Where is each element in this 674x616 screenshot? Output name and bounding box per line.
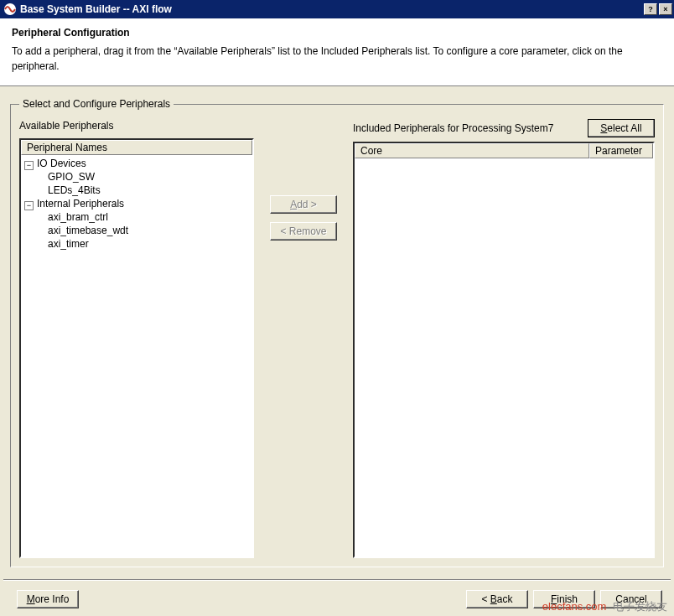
add-button[interactable]: Add > (270, 195, 337, 214)
tree-item-axi-timebase-wdt[interactable]: axi_timebase_wdt (24, 224, 249, 237)
included-header-row: Core Parameter (355, 143, 653, 158)
tree-label: GPIO_SW (48, 171, 95, 183)
titlebar: Base System Builder -- AXI flow ? × (0, 0, 674, 18)
remove-button[interactable]: < Remove (270, 222, 337, 241)
tree-label: axi_bram_ctrl (48, 211, 108, 223)
close-button[interactable]: × (659, 3, 672, 15)
available-panel: Peripheral Names IO Devices GPIO_SW LEDs… (19, 138, 254, 558)
tree-label: IO Devices (37, 158, 86, 169)
bottom-separator (3, 579, 671, 581)
tree-item-gpio-sw[interactable]: GPIO_SW (24, 170, 249, 184)
available-header-row: Peripheral Names (21, 140, 252, 155)
finish-button[interactable]: Finish (533, 590, 595, 608)
window-title: Base System Builder -- AXI flow (20, 3, 644, 15)
page-description: To add a peripheral, drag it from the “A… (12, 44, 662, 74)
peripherals-groupbox: Select and Configure Peripherals Availab… (10, 98, 664, 567)
available-label: Available Peripherals (19, 120, 254, 133)
more-info-button[interactable]: More Info (17, 590, 79, 608)
included-list[interactable] (355, 158, 653, 558)
available-tree[interactable]: IO Devices GPIO_SW LEDs_4Bits Internal P… (21, 155, 252, 252)
tree-label: axi_timebase_wdt (48, 225, 128, 236)
tree-label: Internal Peripherals (37, 198, 124, 210)
bottom-bar: More Info < Back Finish Cancel (0, 582, 674, 616)
expand-icon[interactable] (24, 161, 34, 170)
help-button[interactable]: ? (644, 3, 657, 15)
included-header-core[interactable]: Core (355, 143, 589, 158)
header-section: Peripheral Configuration To add a periph… (0, 18, 674, 86)
content-area: Peripheral Configuration To add a periph… (0, 18, 674, 616)
available-header-names[interactable]: Peripheral Names (21, 140, 252, 155)
page-title: Peripheral Configuration (12, 27, 662, 39)
tree-item-leds-4bits[interactable]: LEDs_4Bits (24, 184, 249, 197)
middle-column: Add > < Remove (254, 120, 353, 558)
window-controls: ? × (644, 3, 672, 15)
tree-label: axi_timer (48, 238, 89, 250)
available-column: Available Peripherals Peripheral Names I… (19, 120, 254, 558)
tree-item-axi-bram-ctrl[interactable]: axi_bram_ctrl (24, 210, 249, 224)
included-label: Included Peripherals for Processing Syst… (353, 122, 588, 134)
included-column: Included Peripherals for Processing Syst… (353, 120, 655, 558)
cancel-button[interactable]: Cancel (600, 590, 662, 608)
back-button[interactable]: < Back (466, 590, 528, 608)
included-header-parameter[interactable]: Parameter (589, 143, 653, 158)
app-icon (3, 3, 17, 16)
expand-icon[interactable] (24, 201, 34, 210)
tree-group-internal[interactable]: Internal Peripherals (24, 197, 249, 210)
tree-group-io[interactable]: IO Devices (24, 157, 249, 170)
tree-label: LEDs_4Bits (48, 184, 101, 196)
included-panel: Core Parameter (353, 142, 655, 558)
groupbox-legend: Select and Configure Peripherals (19, 98, 174, 110)
tree-item-axi-timer[interactable]: axi_timer (24, 237, 249, 251)
select-all-button[interactable]: Select All (588, 119, 655, 137)
